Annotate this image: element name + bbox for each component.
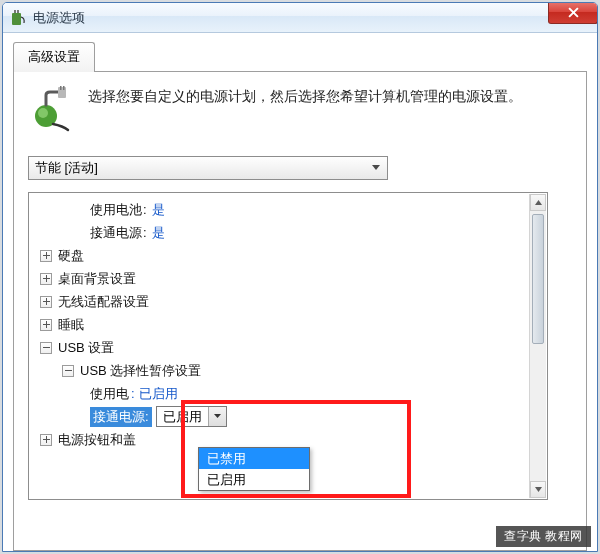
combo-popup: 已禁用 已启用 xyxy=(198,447,310,491)
watermark: 查字典 教程网 xyxy=(496,526,591,547)
svg-rect-5 xyxy=(58,87,66,98)
row-label-selected: 接通电源: xyxy=(90,407,152,427)
tree-row-desktop-bg[interactable]: 桌面背景设置 xyxy=(32,267,527,290)
row-value: 是 xyxy=(152,224,165,242)
power-icon xyxy=(9,9,27,27)
chevron-up-icon xyxy=(535,200,542,205)
svg-rect-6 xyxy=(60,86,62,90)
row-label: 接通电源 xyxy=(90,224,142,242)
combo-option-disabled[interactable]: 已禁用 xyxy=(199,448,309,469)
row-value: 是 xyxy=(152,201,165,219)
svg-rect-2 xyxy=(17,10,19,13)
value-combo[interactable]: 已启用 xyxy=(156,406,227,427)
power-options-window: 电源选项 高级设置 xyxy=(2,2,598,552)
tree-row-usb-battery[interactable]: 使用电 : 已启用 xyxy=(32,382,527,405)
description-text: 选择您要自定义的电源计划，然后选择您希望计算机管理的电源设置。 xyxy=(88,86,522,132)
titlebar: 电源选项 xyxy=(3,3,597,33)
tabstrip: 高级设置 xyxy=(13,41,587,71)
tree-row-battery-top[interactable]: 使用电池 : 是 xyxy=(32,198,527,221)
combo-option-enabled[interactable]: 已启用 xyxy=(199,469,309,490)
power-icon-large xyxy=(28,86,74,132)
svg-rect-0 xyxy=(12,13,21,25)
scroll-down-button[interactable] xyxy=(530,481,546,498)
chevron-down-icon[interactable] xyxy=(208,407,226,426)
svg-point-4 xyxy=(38,108,48,118)
settings-tree[interactable]: 使用电池 : 是 接通电源 : 是 硬盘 xyxy=(30,194,529,498)
tree-row-usb-ac[interactable]: 接通电源: 已启用 xyxy=(32,405,527,428)
scroll-up-button[interactable] xyxy=(530,194,546,211)
settings-tree-container: 使用电池 : 是 接通电源 : 是 硬盘 xyxy=(28,192,548,500)
combo-value: 已启用 xyxy=(157,408,208,426)
close-button[interactable] xyxy=(548,2,598,24)
tree-row-usb[interactable]: USB 设置 xyxy=(32,336,527,359)
expander-minus-icon[interactable] xyxy=(62,365,74,377)
svg-rect-1 xyxy=(14,10,16,13)
row-label: 使用电池 xyxy=(90,201,142,219)
tree-row-ac-top[interactable]: 接通电源 : 是 xyxy=(32,221,527,244)
plan-select-value: 节能 [活动] xyxy=(35,159,98,177)
expander-plus-icon[interactable] xyxy=(40,250,52,262)
row-label: 使用电 xyxy=(90,385,129,403)
expander-plus-icon[interactable] xyxy=(40,434,52,446)
svg-rect-7 xyxy=(63,86,65,90)
description-row: 选择您要自定义的电源计划，然后选择您希望计算机管理的电源设置。 xyxy=(28,86,572,132)
chevron-down-icon xyxy=(535,487,542,492)
scroll-thumb[interactable] xyxy=(532,214,544,344)
row-value: 已启用 xyxy=(139,385,178,403)
tree-row-wireless[interactable]: 无线适配器设置 xyxy=(32,290,527,313)
tree-row-sleep[interactable]: 睡眠 xyxy=(32,313,527,336)
tree-row-hdd[interactable]: 硬盘 xyxy=(32,244,527,267)
scrollbar[interactable] xyxy=(529,194,546,498)
expander-minus-icon[interactable] xyxy=(40,342,52,354)
tree-row-usb-selective[interactable]: USB 选择性暂停设置 xyxy=(32,359,527,382)
tab-panel: 选择您要自定义的电源计划，然后选择您希望计算机管理的电源设置。 节能 [活动] … xyxy=(13,71,587,551)
window-title: 电源选项 xyxy=(33,9,85,27)
expander-plus-icon[interactable] xyxy=(40,273,52,285)
tab-advanced[interactable]: 高级设置 xyxy=(13,42,95,72)
expander-plus-icon[interactable] xyxy=(40,296,52,308)
expander-plus-icon[interactable] xyxy=(40,319,52,331)
close-icon xyxy=(568,7,579,18)
client-area: 高级设置 选择您要自定义的电源计划，然后选择您希望计算机管理的电源设置。 xyxy=(3,33,597,552)
plan-select[interactable]: 节能 [活动] xyxy=(28,156,388,180)
chevron-down-icon xyxy=(367,158,385,178)
